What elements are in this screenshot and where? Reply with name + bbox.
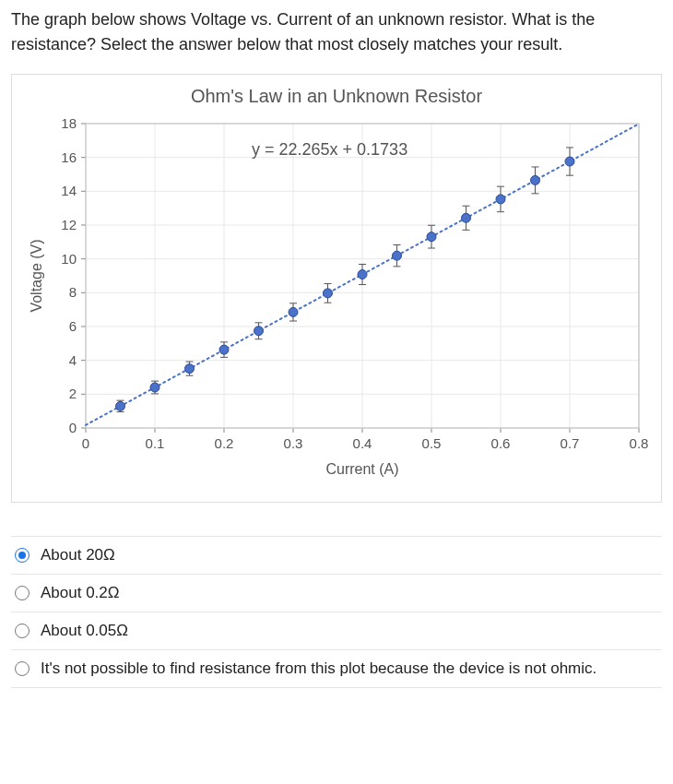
svg-text:0.4: 0.4: [353, 435, 372, 451]
radio-icon[interactable]: [15, 624, 30, 638]
radio-icon[interactable]: [15, 548, 30, 563]
svg-text:8: 8: [69, 284, 77, 300]
svg-point-70: [185, 364, 195, 374]
chart-container: Ohm's Law in an Unknown Resistor 00.10.2…: [11, 74, 662, 503]
radio-icon[interactable]: [15, 661, 30, 676]
svg-text:2: 2: [69, 386, 77, 401]
svg-text:0.2: 0.2: [215, 435, 234, 451]
svg-text:0.3: 0.3: [284, 435, 303, 451]
svg-point-102: [462, 213, 471, 222]
svg-text:0.7: 0.7: [561, 435, 580, 451]
svg-text:6: 6: [69, 318, 77, 334]
radio-icon[interactable]: [15, 586, 30, 600]
svg-text:0: 0: [69, 420, 77, 435]
svg-text:Voltage (V): Voltage (V): [29, 239, 44, 312]
svg-point-98: [427, 232, 436, 242]
option-label: It's not possible to find resistance fro…: [41, 659, 596, 678]
chart-plot: 00.10.20.30.40.50.60.70.8024681012141618…: [21, 114, 652, 483]
svg-text:12: 12: [61, 217, 77, 232]
svg-point-66: [150, 383, 159, 392]
answer-options: About 20ΩAbout 0.2ΩAbout 0.05ΩIt's not p…: [11, 536, 662, 688]
svg-text:0: 0: [82, 435, 89, 451]
answer-option-1[interactable]: About 0.2Ω: [11, 575, 662, 612]
svg-text:10: 10: [61, 251, 77, 267]
svg-text:Current (A): Current (A): [325, 461, 398, 477]
svg-point-62: [116, 401, 125, 410]
option-label: About 0.05Ω: [41, 622, 128, 640]
svg-point-106: [496, 195, 505, 204]
option-label: About 0.2Ω: [41, 584, 120, 602]
svg-text:0.8: 0.8: [630, 435, 649, 451]
answer-option-0[interactable]: About 20Ω: [11, 536, 662, 575]
svg-text:14: 14: [61, 183, 77, 198]
option-label: About 20Ω: [41, 546, 115, 564]
trendline-equation: y = 22.265x + 0.1733: [252, 140, 407, 160]
svg-point-82: [289, 307, 298, 316]
svg-text:0.1: 0.1: [146, 435, 165, 451]
question-text: The graph below shows Voltage vs. Curren…: [11, 7, 662, 57]
svg-text:18: 18: [61, 115, 77, 131]
chart-title: Ohm's Law in an Unknown Resistor: [21, 86, 652, 107]
svg-point-94: [393, 251, 402, 260]
svg-point-78: [254, 327, 264, 336]
answer-option-2[interactable]: About 0.05Ω: [11, 612, 662, 650]
svg-point-110: [531, 175, 540, 184]
svg-text:0.6: 0.6: [491, 435, 511, 451]
svg-point-90: [358, 270, 367, 279]
svg-text:16: 16: [61, 149, 77, 165]
svg-point-74: [219, 345, 229, 354]
svg-text:0.5: 0.5: [422, 435, 442, 451]
chart-svg: 00.10.20.30.40.50.60.70.8024681012141618…: [21, 114, 652, 483]
answer-option-3[interactable]: It's not possible to find resistance fro…: [11, 650, 662, 688]
svg-point-114: [565, 157, 574, 166]
svg-point-86: [324, 289, 333, 298]
svg-text:4: 4: [69, 352, 77, 368]
